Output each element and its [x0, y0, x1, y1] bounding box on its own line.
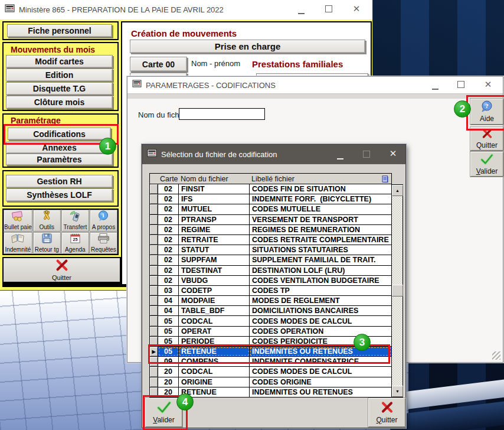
- parametres-button[interactable]: Paramètres: [6, 154, 113, 165]
- edition-button[interactable]: Edition: [6, 69, 113, 82]
- maximize-icon[interactable]: [457, 81, 464, 88]
- sel-quitter-button[interactable]: Quitter: [368, 398, 405, 427]
- row-selector[interactable]: [150, 357, 158, 366]
- table-row[interactable]: 02VBUDGCODES VENTILATION BUDGETAIRE: [150, 276, 391, 286]
- close-icon[interactable]: ✕: [484, 80, 492, 89]
- a-propos-button[interactable]: i A propos: [90, 210, 117, 232]
- row-selector[interactable]: [150, 266, 158, 275]
- transfert-button[interactable]: Transfert: [61, 210, 89, 232]
- close-icon[interactable]: ✕: [389, 149, 397, 158]
- scrollbar-thumb[interactable]: [392, 285, 403, 297]
- minimize-icon[interactable]: [337, 154, 343, 159]
- row-selector[interactable]: [150, 296, 158, 305]
- selection-titlebar[interactable]: Sélection du fichier de codification ✕: [142, 145, 405, 164]
- syntheses-lolf-button[interactable]: Synthèses LOLF: [6, 188, 113, 201]
- resize-grip[interactable]: [492, 351, 500, 360]
- row-selector[interactable]: [150, 255, 158, 265]
- table-row[interactable]: 09COMPENSINDEMNITE COMPENSATRICE: [150, 357, 391, 367]
- cell-nom: SUPPFAM: [179, 255, 250, 265]
- table-row[interactable]: ▶05RETENUEINDEMNITES OU RETENUES: [150, 347, 391, 357]
- annexes-button[interactable]: Annexes: [6, 142, 113, 154]
- row-selector[interactable]: [150, 377, 158, 387]
- cell-libelle: CODES MODES DE CALCUL: [250, 367, 391, 376]
- row-selector[interactable]: [150, 387, 158, 397]
- row-selector[interactable]: [150, 327, 158, 336]
- modif-cartes-button[interactable]: Modif cartes: [6, 55, 113, 68]
- table-row[interactable]: 04TABLE_BDFDOMICILIATIONS BANCAIRES: [150, 306, 391, 316]
- retour-tg-button[interactable]: Retour tg: [33, 232, 61, 254]
- table-row[interactable]: 02TDESTINATDESTINATION LOLF (LRU): [150, 266, 391, 276]
- mouvements-header: Mouvements du mois: [11, 45, 95, 54]
- close-icon[interactable]: ✕: [352, 5, 361, 13]
- table-row[interactable]: 20ORIGINECODES ORIGINE: [150, 377, 391, 387]
- cell-carte: 02: [158, 194, 179, 204]
- table-row[interactable]: 02REGIMEREGIMES DE REMUNERATION: [150, 225, 391, 235]
- table-row[interactable]: 04MODPAIEMODES DE REGLEMENT: [150, 296, 391, 306]
- table-row[interactable]: 03CODETPCODES TP: [150, 286, 391, 296]
- row-selector[interactable]: [150, 276, 158, 285]
- row-selector[interactable]: ▶: [150, 347, 158, 356]
- row-selector[interactable]: [150, 225, 158, 234]
- row-selector[interactable]: [150, 337, 158, 346]
- outils-button[interactable]: Outils: [33, 210, 61, 232]
- table-grid-icon[interactable]: [382, 175, 389, 185]
- table-row[interactable]: 05OPERATCODES OPERATION: [150, 327, 391, 337]
- sidebar-toolbar: Bullet paie Outils Transfert i A propos …: [2, 209, 119, 255]
- minimize-icon[interactable]: [432, 84, 438, 90]
- codifications-button[interactable]: Codifications: [8, 128, 111, 140]
- requetes-button[interactable]: Requêtes: [90, 232, 117, 254]
- agenda-button[interactable]: 25 Agenda: [61, 232, 89, 254]
- main-quitter-button[interactable]: Quitter: [2, 257, 121, 283]
- carte-00-button[interactable]: Carte 00: [130, 57, 187, 71]
- red-x-icon: [380, 401, 394, 415]
- gestion-rh-button[interactable]: Gestion RH: [6, 175, 113, 188]
- table-row[interactable]: 02PTRANSPVERSEMENT DE TRANSPORT: [150, 215, 391, 225]
- nom-fichier-input[interactable]: [179, 108, 265, 120]
- table-row[interactable]: 20CODCALCODES MODES DE CALCUL: [150, 367, 391, 377]
- indemnite-button[interactable]: Indemnité: [4, 232, 32, 254]
- param-quitter-button[interactable]: Quitter: [470, 127, 503, 151]
- maximize-icon[interactable]: [325, 5, 332, 12]
- calendar-icon: 25: [69, 233, 81, 246]
- table-row[interactable]: 02RETRAITECODES RETRAITE COMPLEMENTAIRE: [150, 235, 391, 245]
- parametrages-titlebar[interactable]: PARAMETRAGES - CODIFICATIONS ✕: [127, 77, 503, 94]
- cell-libelle: MODES DE REGLEMENT: [250, 296, 391, 305]
- row-selector[interactable]: [150, 215, 158, 224]
- row-selector[interactable]: [150, 316, 158, 325]
- scroll-down-icon[interactable]: ▼: [392, 386, 403, 397]
- row-selector[interactable]: [150, 286, 158, 295]
- table-row[interactable]: 02MUTUELCODES MUTUELLE: [150, 204, 391, 214]
- row-selector[interactable]: [150, 367, 158, 376]
- fiche-personnel-button[interactable]: Fiche personnel: [7, 24, 112, 37]
- row-selector[interactable]: [150, 194, 158, 204]
- table-row[interactable]: 02SUPPFAMSUPPLEMENT FAMILIAL DE TRAIT.: [150, 255, 391, 265]
- cell-libelle: REGIMES DE REMUNERATION: [250, 225, 391, 234]
- table-row[interactable]: 02FINSITCODES FIN DE SITUATION: [150, 184, 391, 194]
- aide-button[interactable]: ? Aide: [470, 99, 503, 125]
- prise-en-charge-button[interactable]: Prise en charge: [130, 40, 365, 53]
- disquette-tg-button[interactable]: Disquette T.G: [6, 82, 113, 95]
- cell-libelle: DOMICILIATIONS BANCAIRES: [250, 306, 391, 315]
- row-selector[interactable]: [150, 306, 158, 315]
- cell-nom: REGIME: [179, 225, 250, 234]
- param-valider-button[interactable]: Valider: [470, 152, 503, 177]
- minimize-icon[interactable]: [298, 8, 305, 14]
- row-selector[interactable]: [150, 184, 158, 194]
- scroll-up-icon[interactable]: ▲: [392, 185, 403, 196]
- cell-libelle: SITUATIONS STATUTAIRES: [250, 245, 391, 255]
- cell-carte: 02: [158, 245, 179, 255]
- green-check-icon: [156, 401, 172, 415]
- row-selector[interactable]: [150, 245, 158, 255]
- vertical-scrollbar[interactable]: ▲ ▼: [392, 184, 403, 398]
- row-selector[interactable]: [150, 235, 158, 245]
- cloture-mois-button[interactable]: Clôture mois: [6, 96, 113, 109]
- table-row[interactable]: 05CODCALCODES MODES DE CALCUL: [150, 316, 391, 326]
- table-row[interactable]: 02STATUTSITUATIONS STATUTAIRES: [150, 245, 391, 255]
- cell-libelle: VERSEMENT DE TRANSPORT: [250, 215, 391, 224]
- main-titlebar[interactable]: Ministère 865 - PREPARATION DE LA PAIE D…: [0, 0, 372, 19]
- cell-carte: 02: [158, 266, 179, 275]
- bullet-paie-button[interactable]: Bullet paie: [4, 210, 32, 232]
- row-selector[interactable]: [150, 204, 158, 214]
- table-row[interactable]: 02IFSINDEMNITE FORF. (BICYCLETTE): [150, 194, 391, 204]
- maximize-icon[interactable]: [363, 151, 370, 158]
